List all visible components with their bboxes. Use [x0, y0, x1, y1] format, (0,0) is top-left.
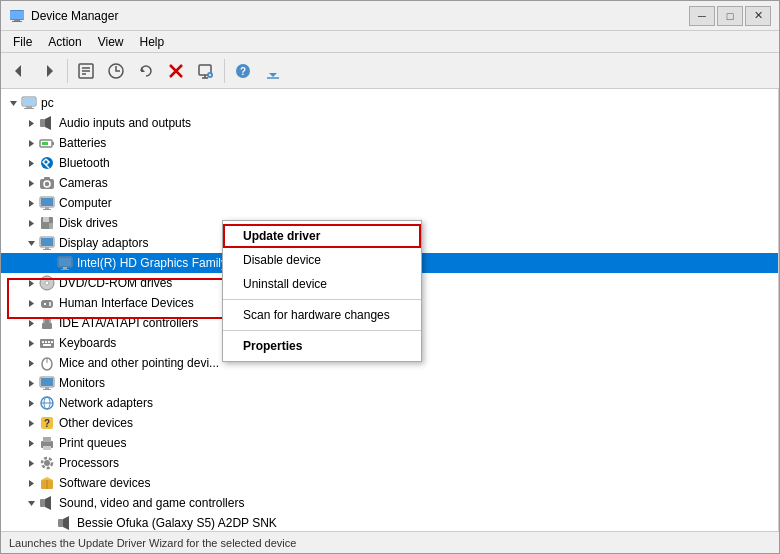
svg-marker-63 [29, 300, 34, 307]
context-menu-item-properties[interactable]: Properties [223, 334, 421, 358]
context-menu-item-update[interactable]: Update driver [223, 224, 421, 248]
rollback-button[interactable] [132, 57, 160, 85]
svg-rect-54 [45, 247, 49, 249]
expand-btn-audio[interactable] [23, 115, 39, 131]
svg-text:?: ? [240, 66, 246, 77]
toolbar: ? [1, 53, 779, 89]
svg-rect-44 [41, 198, 53, 206]
expand-btn-intel[interactable] [41, 255, 57, 271]
tree-item-network[interactable]: Network adapters [1, 393, 778, 413]
item-label-keyboards: Keyboards [59, 336, 116, 350]
close-button[interactable]: ✕ [745, 6, 771, 26]
forward-button[interactable] [35, 57, 63, 85]
back-button[interactable] [5, 57, 33, 85]
svg-rect-30 [40, 119, 45, 127]
window-title: Device Manager [31, 9, 689, 23]
svg-point-62 [45, 281, 49, 285]
svg-rect-110 [58, 519, 63, 527]
context-menu-item-uninstall[interactable]: Uninstall device [223, 272, 421, 296]
item-label-hid: Human Interface Devices [59, 296, 194, 310]
menu-file[interactable]: File [5, 33, 40, 51]
tree-item-print[interactable]: Print queues [1, 433, 778, 453]
expand-btn-pc[interactable] [5, 95, 21, 111]
download-button[interactable] [259, 57, 287, 85]
svg-marker-32 [29, 140, 34, 147]
maximize-button[interactable]: □ [717, 6, 743, 26]
svg-text:?: ? [44, 418, 50, 429]
scan-toolbar-button[interactable] [192, 57, 220, 85]
item-label-monitors: Monitors [59, 376, 105, 390]
item-label-batteries: Batteries [59, 136, 106, 150]
expand-btn-ide[interactable] [23, 315, 39, 331]
expand-btn-sound[interactable] [23, 495, 39, 511]
expand-btn-monitors[interactable] [23, 375, 39, 391]
svg-marker-107 [28, 501, 35, 506]
expand-btn-software[interactable] [23, 475, 39, 491]
expand-btn-processors[interactable] [23, 455, 39, 471]
uninstall-toolbar-button[interactable] [162, 57, 190, 85]
expand-btn-disk[interactable] [23, 215, 39, 231]
tree-item-sound[interactable]: Sound, video and game controllers [1, 493, 778, 513]
tree-item-batteries[interactable]: Batteries [1, 133, 778, 153]
expand-btn-other[interactable] [23, 415, 39, 431]
tree-item-bessie1[interactable]: Bessie Ofuka (Galaxy S5) A2DP SNK [1, 513, 778, 531]
menu-action[interactable]: Action [40, 33, 89, 51]
svg-rect-50 [49, 223, 53, 229]
menu-help[interactable]: Help [132, 33, 173, 51]
item-label-other: Other devices [59, 416, 133, 430]
expand-btn-display[interactable] [23, 235, 39, 251]
svg-marker-96 [29, 440, 34, 447]
item-icon-software [39, 475, 55, 491]
tree-item-audio[interactable]: Audio inputs and outputs [1, 113, 778, 133]
toolbar-sep-2 [224, 59, 225, 83]
tree-item-processors[interactable]: Processors [1, 453, 778, 473]
minimize-button[interactable]: ─ [689, 6, 715, 26]
item-label-bessie1: Bessie Ofuka (Galaxy S5) A2DP SNK [77, 516, 277, 530]
svg-marker-103 [29, 480, 34, 487]
expand-btn-cameras[interactable] [23, 175, 39, 191]
item-label-processors: Processors [59, 456, 119, 470]
expand-btn-dvd[interactable] [23, 275, 39, 291]
svg-rect-53 [41, 238, 53, 246]
expand-btn-bluetooth[interactable] [23, 155, 39, 171]
svg-marker-47 [29, 220, 34, 227]
expand-btn-network[interactable] [23, 395, 39, 411]
expand-btn-hid[interactable] [23, 295, 39, 311]
item-icon-hid [39, 295, 55, 311]
item-label-intel: Intel(R) HD Graphics Family [77, 256, 227, 270]
status-bar: Launches the Update Driver Wizard for th… [1, 531, 779, 553]
tree-item-bluetooth[interactable]: Bluetooth [1, 153, 778, 173]
expand-btn-computer[interactable] [23, 195, 39, 211]
svg-marker-42 [29, 200, 34, 207]
device-manager-window: Device Manager ─ □ ✕ File Action View He… [0, 0, 780, 554]
menu-view[interactable]: View [90, 33, 132, 51]
expand-btn-print[interactable] [23, 435, 39, 451]
svg-rect-41 [44, 177, 50, 180]
tree-item-cameras[interactable]: Cameras [1, 173, 778, 193]
tree-item-other[interactable]: ?Other devices [1, 413, 778, 433]
tree-item-computer[interactable]: Computer [1, 193, 778, 213]
expand-btn-mice[interactable] [23, 355, 39, 371]
svg-marker-81 [29, 360, 34, 367]
svg-marker-38 [29, 180, 34, 187]
svg-point-68 [49, 304, 51, 306]
svg-marker-109 [45, 496, 51, 510]
svg-rect-46 [43, 209, 51, 210]
svg-rect-86 [41, 378, 53, 386]
help-toolbar-button[interactable]: ? [229, 57, 257, 85]
context-menu-item-disable[interactable]: Disable device [223, 248, 421, 272]
update-button[interactable] [102, 57, 130, 85]
tree-item-pc[interactable]: pc [1, 93, 778, 113]
expand-btn-batteries[interactable] [23, 135, 39, 151]
svg-rect-59 [61, 269, 69, 270]
properties-button[interactable] [72, 57, 100, 85]
svg-marker-89 [29, 400, 34, 407]
context-menu-item-scan[interactable]: Scan for hardware changes [223, 303, 421, 327]
tree-item-monitors[interactable]: Monitors [1, 373, 778, 393]
expand-btn-keyboards[interactable] [23, 335, 39, 351]
item-icon-bessie1 [57, 515, 73, 531]
svg-rect-1 [10, 11, 24, 19]
expand-btn-bessie1[interactable] [41, 515, 57, 531]
tree-item-software[interactable]: Software devices [1, 473, 778, 493]
title-bar-controls: ─ □ ✕ [689, 6, 771, 26]
